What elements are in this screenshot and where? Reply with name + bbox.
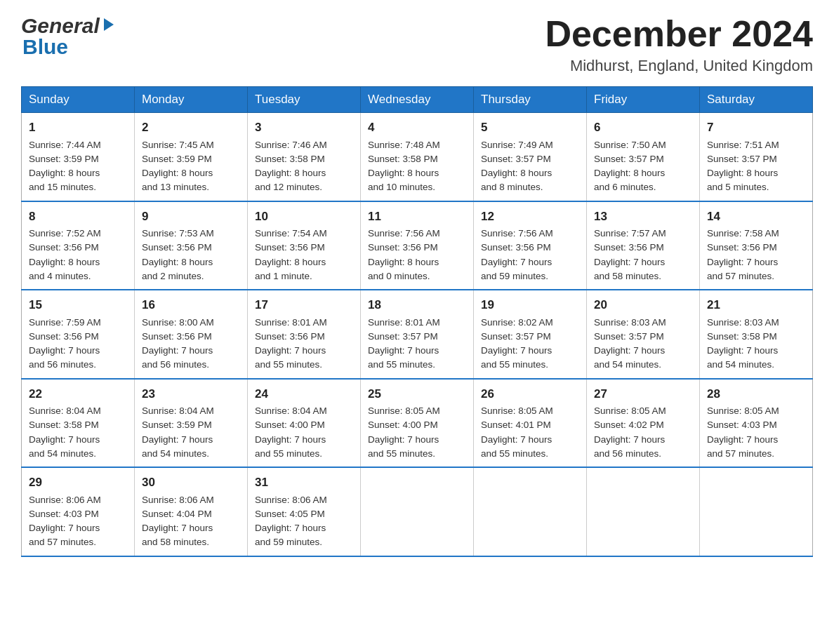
day-info: Sunrise: 7:59 AM Sunset: 3:56 PM Dayligh…	[29, 316, 127, 373]
day-number: 16	[142, 296, 240, 314]
day-number: 4	[368, 119, 466, 137]
sunrise-text: Sunrise: 8:00 AM	[142, 317, 214, 328]
calendar-cell	[587, 467, 700, 556]
daylight-text: Daylight: 8 hoursand 12 minutes.	[255, 168, 326, 192]
calendar-cell: 2 Sunrise: 7:45 AM Sunset: 3:59 PM Dayli…	[135, 113, 248, 201]
calendar-cell: 24 Sunrise: 8:04 AM Sunset: 4:00 PM Dayl…	[248, 379, 361, 468]
day-info: Sunrise: 8:06 AM Sunset: 4:05 PM Dayligh…	[255, 493, 353, 550]
day-info: Sunrise: 7:52 AM Sunset: 3:56 PM Dayligh…	[29, 227, 127, 283]
daylight-text: Daylight: 8 hoursand 5 minutes.	[707, 168, 778, 192]
svg-marker-0	[104, 18, 114, 31]
day-number: 9	[142, 208, 240, 226]
day-number: 2	[142, 119, 240, 137]
day-info: Sunrise: 8:01 AM Sunset: 3:57 PM Dayligh…	[368, 316, 466, 373]
day-number: 1	[29, 119, 127, 137]
header-saturday: Saturday	[700, 87, 813, 113]
sunrise-text: Sunrise: 8:04 AM	[29, 405, 101, 416]
day-info: Sunrise: 8:06 AM Sunset: 4:04 PM Dayligh…	[142, 493, 240, 550]
day-number: 8	[29, 208, 127, 226]
header-sunday: Sunday	[22, 87, 135, 113]
sunrise-text: Sunrise: 8:02 AM	[481, 317, 553, 328]
daylight-text: Daylight: 7 hoursand 57 minutes.	[29, 523, 100, 547]
day-info: Sunrise: 8:05 AM Sunset: 4:03 PM Dayligh…	[707, 404, 805, 461]
day-info: Sunrise: 8:04 AM Sunset: 3:58 PM Dayligh…	[29, 404, 127, 461]
day-info: Sunrise: 7:45 AM Sunset: 3:59 PM Dayligh…	[142, 138, 240, 195]
sunrise-text: Sunrise: 7:53 AM	[142, 228, 214, 239]
sunset-text: Sunset: 3:56 PM	[142, 331, 212, 342]
sunrise-text: Sunrise: 8:04 AM	[255, 405, 327, 416]
day-info: Sunrise: 7:58 AM Sunset: 3:56 PM Dayligh…	[707, 227, 805, 283]
daylight-text: Daylight: 7 hoursand 59 minutes.	[481, 257, 552, 281]
daylight-text: Daylight: 7 hoursand 55 minutes.	[481, 345, 552, 370]
daylight-text: Daylight: 7 hoursand 56 minutes.	[29, 345, 100, 370]
day-number: 29	[29, 474, 127, 492]
daylight-text: Daylight: 7 hoursand 55 minutes.	[255, 434, 326, 459]
day-info: Sunrise: 7:53 AM Sunset: 3:56 PM Dayligh…	[142, 227, 240, 283]
header-tuesday: Tuesday	[248, 87, 361, 113]
sunset-text: Sunset: 4:02 PM	[594, 420, 664, 430]
calendar-cell: 26 Sunrise: 8:05 AM Sunset: 4:01 PM Dayl…	[474, 379, 587, 468]
sunrise-text: Sunrise: 8:01 AM	[368, 317, 440, 328]
day-number: 20	[594, 296, 692, 314]
day-info: Sunrise: 8:03 AM Sunset: 3:57 PM Dayligh…	[594, 316, 692, 373]
sunset-text: Sunset: 3:56 PM	[368, 242, 438, 253]
day-info: Sunrise: 7:57 AM Sunset: 3:56 PM Dayligh…	[594, 227, 692, 283]
sunrise-text: Sunrise: 7:58 AM	[707, 228, 779, 239]
title-block: December 2024 Midhurst, England, United …	[545, 14, 813, 75]
calendar-cell: 17 Sunrise: 8:01 AM Sunset: 3:56 PM Dayl…	[248, 290, 361, 379]
calendar-week-row: 22 Sunrise: 8:04 AM Sunset: 3:58 PM Dayl…	[22, 379, 813, 468]
calendar-cell: 19 Sunrise: 8:02 AM Sunset: 3:57 PM Dayl…	[474, 290, 587, 379]
daylight-text: Daylight: 8 hoursand 13 minutes.	[142, 168, 213, 192]
day-number: 13	[594, 208, 692, 226]
calendar-body: 1 Sunrise: 7:44 AM Sunset: 3:59 PM Dayli…	[22, 113, 813, 556]
logo: General Blue	[21, 14, 117, 59]
sunrise-text: Sunrise: 8:05 AM	[707, 405, 779, 416]
day-info: Sunrise: 7:54 AM Sunset: 3:56 PM Dayligh…	[255, 227, 353, 283]
day-info: Sunrise: 7:44 AM Sunset: 3:59 PM Dayligh…	[29, 138, 127, 195]
day-number: 18	[368, 296, 466, 314]
day-number: 19	[481, 296, 579, 314]
sunrise-text: Sunrise: 8:06 AM	[255, 495, 327, 505]
calendar-cell: 7 Sunrise: 7:51 AM Sunset: 3:57 PM Dayli…	[700, 113, 813, 201]
sunrise-text: Sunrise: 7:50 AM	[594, 140, 666, 150]
sunset-text: Sunset: 3:56 PM	[255, 331, 325, 342]
sunset-text: Sunset: 3:59 PM	[142, 154, 212, 164]
sunrise-text: Sunrise: 7:48 AM	[368, 140, 440, 150]
sunrise-text: Sunrise: 7:57 AM	[594, 228, 666, 239]
sunrise-text: Sunrise: 7:49 AM	[481, 140, 553, 150]
calendar-cell: 4 Sunrise: 7:48 AM Sunset: 3:58 PM Dayli…	[361, 113, 474, 201]
day-number: 23	[142, 385, 240, 403]
sunrise-text: Sunrise: 7:54 AM	[255, 228, 327, 239]
day-info: Sunrise: 8:05 AM Sunset: 4:01 PM Dayligh…	[481, 404, 579, 461]
daylight-text: Daylight: 8 hoursand 15 minutes.	[29, 168, 100, 192]
calendar-cell: 22 Sunrise: 8:04 AM Sunset: 3:58 PM Dayl…	[22, 379, 135, 468]
daylight-text: Daylight: 7 hoursand 57 minutes.	[707, 257, 778, 281]
day-info: Sunrise: 7:48 AM Sunset: 3:58 PM Dayligh…	[368, 138, 466, 195]
day-info: Sunrise: 8:04 AM Sunset: 4:00 PM Dayligh…	[255, 404, 353, 461]
day-number: 12	[481, 208, 579, 226]
sunrise-text: Sunrise: 7:44 AM	[29, 140, 101, 150]
calendar-cell	[700, 467, 813, 556]
daylight-text: Daylight: 8 hoursand 8 minutes.	[481, 168, 552, 192]
calendar-cell: 14 Sunrise: 7:58 AM Sunset: 3:56 PM Dayl…	[700, 201, 813, 290]
daylight-text: Daylight: 7 hoursand 55 minutes.	[368, 434, 439, 459]
sunset-text: Sunset: 3:57 PM	[707, 154, 777, 164]
sunrise-text: Sunrise: 8:04 AM	[142, 405, 214, 416]
calendar-cell: 25 Sunrise: 8:05 AM Sunset: 4:00 PM Dayl…	[361, 379, 474, 468]
calendar-cell: 6 Sunrise: 7:50 AM Sunset: 3:57 PM Dayli…	[587, 113, 700, 201]
header-monday: Monday	[135, 87, 248, 113]
sunrise-text: Sunrise: 8:05 AM	[368, 405, 440, 416]
calendar-cell: 12 Sunrise: 7:56 AM Sunset: 3:56 PM Dayl…	[474, 201, 587, 290]
day-number: 3	[255, 119, 353, 137]
daylight-text: Daylight: 7 hoursand 59 minutes.	[255, 523, 326, 547]
sunset-text: Sunset: 3:56 PM	[255, 242, 325, 253]
daylight-text: Daylight: 7 hoursand 55 minutes.	[481, 434, 552, 459]
day-info: Sunrise: 7:49 AM Sunset: 3:57 PM Dayligh…	[481, 138, 579, 195]
sunset-text: Sunset: 4:05 PM	[255, 509, 325, 519]
sunset-text: Sunset: 3:56 PM	[707, 242, 777, 253]
sunrise-text: Sunrise: 8:06 AM	[29, 495, 101, 505]
day-info: Sunrise: 8:01 AM Sunset: 3:56 PM Dayligh…	[255, 316, 353, 373]
sunset-text: Sunset: 3:58 PM	[255, 154, 325, 164]
day-number: 17	[255, 296, 353, 314]
sunrise-text: Sunrise: 8:03 AM	[594, 317, 666, 328]
